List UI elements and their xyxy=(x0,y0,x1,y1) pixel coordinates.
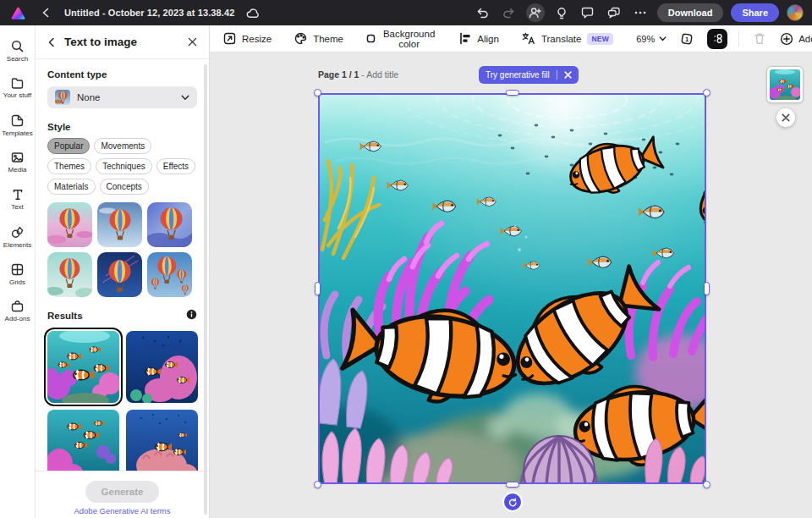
results-label: Results xyxy=(47,311,83,321)
zoom-control[interactable]: 69% xyxy=(636,34,667,44)
sidebar-item-grids[interactable]: Grids xyxy=(0,256,35,293)
templates-icon xyxy=(11,114,24,127)
style-thumbnail[interactable] xyxy=(147,252,192,297)
style-thumbnail[interactable] xyxy=(47,252,92,297)
svg-text:1: 1 xyxy=(685,36,689,43)
close-icon xyxy=(188,37,197,47)
theme-button[interactable]: Theme xyxy=(294,32,343,45)
share-button[interactable]: Share xyxy=(731,3,779,22)
panel-scrollbar[interactable] xyxy=(204,64,207,515)
sidebar-item-elements[interactable]: Elements xyxy=(0,218,35,256)
generative-ai-terms-link[interactable]: Adobe Generative AI terms xyxy=(36,506,209,515)
selected-generated-image[interactable] xyxy=(318,93,706,484)
left-rail: Search Your stuff Templates Media Text E… xyxy=(0,25,36,518)
canvas-area[interactable]: Page 1 / 1 - Add title Try generative fi… xyxy=(210,52,812,518)
sidebar-item-search[interactable]: Search xyxy=(0,32,35,69)
result-thumbnail-selected[interactable] xyxy=(47,331,119,403)
panel-title: Text to image xyxy=(64,36,137,48)
chip-concepts[interactable]: Concepts xyxy=(100,179,149,195)
resize-button[interactable]: Resize xyxy=(223,32,272,45)
style-label: Style xyxy=(47,122,197,132)
new-badge: NEW xyxy=(587,33,613,45)
resize-handle-top-right[interactable] xyxy=(703,89,710,96)
chevron-left-icon xyxy=(47,37,56,47)
sidebar-item-your-stuff[interactable]: Your stuff xyxy=(0,69,35,107)
sidebar-item-media[interactable]: Media xyxy=(0,144,35,181)
delete-icon[interactable] xyxy=(750,30,769,48)
chip-techniques[interactable]: Techniques xyxy=(96,158,152,174)
add-title-hint[interactable]: - Add title xyxy=(359,69,398,80)
resize-handle-top[interactable] xyxy=(506,90,519,96)
toolbar-divider xyxy=(738,31,739,47)
rail-label: Media xyxy=(8,166,27,174)
resize-handle-top-left[interactable] xyxy=(314,89,321,96)
chip-popular[interactable]: Popular xyxy=(47,138,90,154)
resize-handle-right[interactable] xyxy=(704,282,710,295)
deselect-close-button[interactable] xyxy=(776,108,795,127)
sidebar-item-add-ons[interactable]: Add-ons xyxy=(0,293,35,330)
sidebar-item-templates[interactable]: Templates xyxy=(0,107,35,144)
resize-handle-left[interactable] xyxy=(315,282,321,295)
user-avatar[interactable] xyxy=(787,4,804,21)
style-thumbnail[interactable] xyxy=(147,202,192,247)
tooltip-divider xyxy=(557,70,557,80)
panel-header: Text to image xyxy=(36,25,209,59)
add-button[interactable]: Add xyxy=(780,32,812,46)
duration-icon[interactable]: 1 xyxy=(678,30,696,48)
content-type-dropdown[interactable]: None xyxy=(47,86,197,108)
add-ons-icon xyxy=(11,300,24,312)
translate-button[interactable]: Translate NEW xyxy=(522,32,613,45)
more-options-icon[interactable] xyxy=(631,3,650,22)
rail-label: Search xyxy=(7,55,28,63)
lightbulb-icon[interactable] xyxy=(552,3,571,22)
grids-icon xyxy=(11,263,24,276)
resize-label: Resize xyxy=(242,34,272,44)
chip-materials[interactable]: Materials xyxy=(47,179,96,195)
page-number: Page 1 / 1 xyxy=(318,69,359,80)
sidebar-item-text[interactable]: Text xyxy=(0,181,35,218)
chip-effects[interactable]: Effects xyxy=(156,158,195,174)
translate-label: Translate xyxy=(541,34,582,44)
background-color-button[interactable]: Background color xyxy=(366,29,436,49)
resize-handle-bottom-left[interactable] xyxy=(314,481,321,488)
style-thumbnail[interactable] xyxy=(47,202,92,247)
resize-handle-bottom-right[interactable] xyxy=(703,481,710,488)
elements-icon xyxy=(11,226,24,239)
rail-label: Templates xyxy=(2,130,32,137)
page-label[interactable]: Page 1 / 1 - Add title xyxy=(318,69,398,80)
generate-button[interactable]: Generate xyxy=(85,481,160,503)
style-thumbnail[interactable] xyxy=(97,252,142,297)
align-button[interactable]: Align xyxy=(459,32,499,45)
download-button[interactable]: Download xyxy=(657,3,724,22)
resize-handle-bottom[interactable] xyxy=(506,482,519,488)
generative-fill-tooltip[interactable]: Try generative fill xyxy=(479,66,579,84)
back-chevron-icon[interactable] xyxy=(36,3,55,22)
redo-icon[interactable] xyxy=(500,3,518,22)
info-icon[interactable] xyxy=(186,308,197,323)
layers-icon xyxy=(711,32,724,45)
page-thumbnail[interactable] xyxy=(766,66,804,103)
panel-close-button[interactable] xyxy=(188,37,197,47)
align-icon xyxy=(459,32,471,45)
adobe-express-logo[interactable] xyxy=(8,3,27,22)
add-collaborator-icon[interactable] xyxy=(526,3,545,22)
close-icon[interactable] xyxy=(564,71,572,79)
comment-icon[interactable] xyxy=(579,3,597,22)
plus-circle-icon xyxy=(780,32,793,46)
underwater-clownfish-image xyxy=(318,93,706,484)
chip-movements[interactable]: Movements xyxy=(94,138,151,154)
search-icon xyxy=(11,40,24,52)
chat-bubbles-icon[interactable] xyxy=(605,3,623,22)
style-thumbnails xyxy=(47,202,197,297)
resize-icon xyxy=(223,32,236,45)
rotate-handle[interactable] xyxy=(504,493,521,510)
folder-icon xyxy=(11,77,24,89)
chip-themes[interactable]: Themes xyxy=(47,158,91,174)
undo-icon[interactable] xyxy=(474,3,492,22)
layers-button-active[interactable] xyxy=(707,29,727,49)
cloud-sync-icon xyxy=(244,3,262,22)
result-thumbnail[interactable] xyxy=(126,331,198,403)
panel-back-button[interactable] xyxy=(47,37,56,47)
style-thumbnail[interactable] xyxy=(97,202,142,247)
rail-label: Your stuff xyxy=(3,91,31,99)
